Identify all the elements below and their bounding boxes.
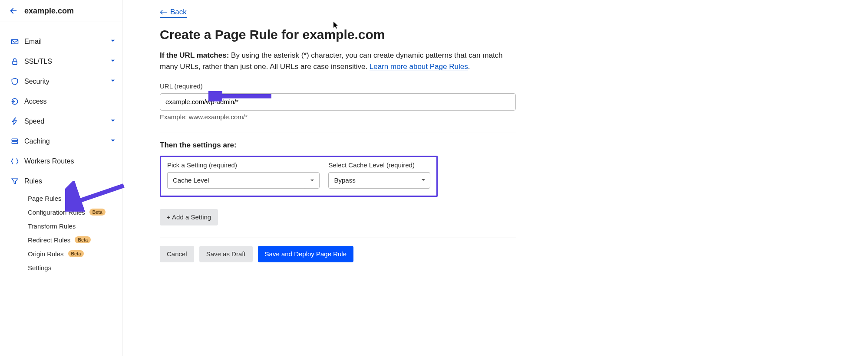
back-link[interactable]: Back [160, 8, 187, 18]
sidebar-sub-settings[interactable]: Settings [0, 261, 122, 274]
email-icon [10, 37, 24, 46]
sidebar-sub-transform-rules[interactable]: Transform Rules [0, 219, 122, 233]
svg-rect-3 [12, 139, 17, 140]
sidebar-item-label: Email [24, 38, 110, 46]
sidebar-item-caching[interactable]: Caching [0, 131, 122, 151]
sidebar-item-label: Rules [24, 177, 116, 185]
settings-highlight-box: Pick a Setting (required) Cache Level Se… [160, 156, 438, 197]
setting-pick-select[interactable]: Cache Level [167, 172, 320, 189]
sidebar-item-label: Speed [24, 118, 110, 125]
shield-icon [10, 77, 24, 86]
help-text: If the URL matches: By using the asteris… [160, 50, 516, 73]
setting-pick-value: Cache Level [173, 176, 209, 184]
sidebar-item-workers-routes[interactable]: Workers Routes [0, 151, 122, 171]
site-name: example.com [24, 7, 74, 16]
database-icon [10, 137, 24, 146]
sidebar-item-security[interactable]: Security [0, 72, 122, 91]
app-root: example.com Email SSL/TLS [0, 0, 868, 356]
sidebar-sub-label: Origin Rules [28, 250, 64, 258]
sidebar-sub-redirect-rules[interactable]: Redirect Rules Beta [0, 233, 122, 247]
setting-level-select[interactable]: Bypass [328, 172, 430, 189]
save-draft-button[interactable]: Save as Draft [199, 246, 253, 262]
help-bold: If the URL matches: [160, 51, 229, 59]
sidebar-sub-page-rules[interactable]: Page Rules [0, 191, 122, 205]
save-deploy-button[interactable]: Save and Deploy Page Rule [258, 246, 353, 262]
back-link-label: Back [170, 8, 187, 16]
sidebar-item-access[interactable]: Access [0, 91, 122, 111]
setting-level-value: Bypass [334, 176, 355, 184]
sidebar-item-label: Workers Routes [24, 157, 116, 165]
svg-rect-1 [13, 61, 17, 65]
setting-level-label: Select Cache Level (required) [328, 161, 430, 169]
sidebar-item-label: Access [24, 98, 116, 105]
sidebar: example.com Email SSL/TLS [0, 0, 122, 356]
then-settings-label: Then the settings are: [160, 141, 683, 150]
lock-icon [10, 57, 24, 66]
svg-rect-4 [12, 142, 17, 144]
bolt-icon [10, 117, 24, 126]
main-content: Back Create a Page Rule for example.com … [122, 0, 700, 356]
sidebar-sub-label: Settings [28, 264, 51, 271]
chevron-down-icon [110, 78, 116, 85]
sidebar-nav: Email SSL/TLS Security [0, 22, 122, 274]
sidebar-item-label: Security [24, 78, 110, 85]
divider [160, 238, 516, 238]
sidebar-sub-label: Configuration Rules [28, 209, 85, 216]
access-icon [10, 97, 24, 106]
setting-pick-label: Pick a Setting (required) [167, 161, 320, 169]
help-tail: . [468, 62, 470, 71]
sidebar-sub-origin-rules[interactable]: Origin Rules Beta [0, 247, 122, 261]
sidebar-item-speed[interactable]: Speed [0, 111, 122, 131]
beta-badge: Beta [89, 209, 106, 216]
sidebar-sub-configuration-rules[interactable]: Configuration Rules Beta [0, 205, 122, 219]
sidebar-sub-label: Transform Rules [28, 222, 76, 230]
beta-badge: Beta [75, 236, 91, 243]
chevron-down-icon [110, 38, 116, 46]
divider [160, 133, 516, 133]
sidebar-item-ssl-tls[interactable]: SSL/TLS [0, 52, 122, 72]
sidebar-sub-label: Redirect Rules [28, 236, 70, 244]
chevron-down-icon [305, 172, 320, 189]
setting-pick-column: Pick a Setting (required) Cache Level [167, 161, 320, 189]
url-example-text: Example: www.example.com/* [160, 113, 683, 121]
back-arrow-icon[interactable] [9, 6, 18, 16]
cancel-button[interactable]: Cancel [160, 246, 194, 262]
page-title: Create a Page Rule for example.com [160, 27, 683, 42]
sidebar-item-email[interactable]: Email [0, 32, 122, 52]
sidebar-item-label: SSL/TLS [24, 58, 110, 65]
funnel-icon [10, 177, 24, 186]
add-setting-row: + Add a Setting [160, 209, 683, 225]
chevron-down-icon [421, 176, 426, 184]
setting-level-column: Select Cache Level (required) Bypass [328, 161, 430, 189]
action-buttons: Cancel Save as Draft Save and Deploy Pag… [160, 246, 683, 262]
svg-rect-0 [12, 39, 18, 44]
chevron-down-icon [110, 118, 116, 125]
beta-badge: Beta [68, 250, 84, 257]
sidebar-header: example.com [0, 0, 122, 22]
help-link[interactable]: Learn more about Page Rules [370, 62, 468, 71]
workers-icon [10, 157, 24, 166]
add-setting-button[interactable]: + Add a Setting [160, 209, 218, 225]
sidebar-sub-label: Page Rules [28, 195, 62, 202]
sidebar-item-label: Caching [24, 137, 110, 145]
chevron-down-icon [110, 58, 116, 65]
url-input[interactable] [160, 93, 516, 111]
url-field-label: URL (required) [160, 82, 683, 90]
chevron-down-icon [110, 137, 116, 145]
sidebar-item-rules[interactable]: Rules [0, 171, 122, 191]
